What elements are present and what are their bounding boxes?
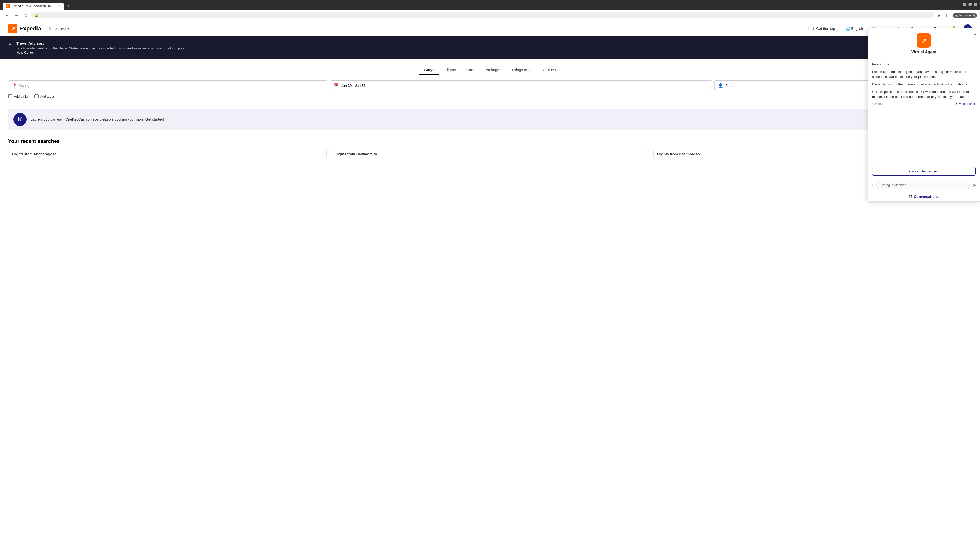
- recent-cards-list: Flights from Anchorage to Flights from B…: [8, 148, 972, 160]
- page-container: ↗ Expedia More travel ▾ ⇩ Get the app 🌐 …: [0, 21, 980, 551]
- reload-button[interactable]: ↻: [22, 11, 29, 19]
- search-section: Stays Flights Cars Packages Things to do…: [0, 59, 980, 105]
- chat-header-actions: −: [974, 32, 976, 37]
- give-feedback-link[interactable]: Give feedback: [956, 102, 976, 106]
- toolbar-actions: ★ □ 🕵 Incognito (2): [935, 11, 977, 19]
- search-bar: 📍 📅 Jan 30 - Jan 31 👤 2 tra...: [8, 80, 972, 91]
- tab-cars[interactable]: Cars: [461, 65, 479, 75]
- new-tab-button[interactable]: +: [65, 2, 72, 10]
- cancel-chat-button[interactable]: Cancel chat request: [872, 167, 976, 176]
- url-input[interactable]: expedia.com: [40, 14, 931, 17]
- conversations-label[interactable]: Conversations: [914, 195, 939, 199]
- active-tab[interactable]: E Expedia Travel: Vacation Home... ✕: [3, 3, 64, 10]
- close-window-button[interactable]: [974, 3, 977, 6]
- tab-favicon: E: [6, 4, 10, 8]
- chat-messages[interactable]: hello shortly. Please keep this chat ope…: [868, 58, 980, 165]
- chat-options-button[interactable]: ⋮: [872, 32, 877, 38]
- lock-icon: 🔒: [35, 13, 39, 17]
- incognito-badge: 🕵 Incognito (2): [953, 13, 977, 17]
- destination-field[interactable]: 📍: [8, 80, 328, 91]
- traveler-icon: 👤: [718, 83, 723, 88]
- browser-toolbar: ← → ↻ 🔒 expedia.com ★ □ 🕵 Incognito (2): [0, 10, 980, 21]
- more-travel-button[interactable]: More travel ▾: [46, 25, 72, 32]
- travel-advisory-banner: ⚠ Travel Advisory Due to winter weather …: [0, 37, 980, 59]
- chat-conversations-bar[interactable]: ☷ Conversations: [868, 192, 980, 201]
- chat-input-area: + ➤: [868, 178, 980, 192]
- destination-input[interactable]: [19, 83, 324, 88]
- chat-message-1: hello shortly.: [872, 62, 976, 67]
- language-button[interactable]: 🌐 English: [843, 25, 865, 32]
- help-center-link[interactable]: Help Center: [16, 51, 34, 54]
- search-options: Add a flight Add a car: [8, 94, 972, 98]
- tab-packages[interactable]: Packages: [479, 65, 506, 75]
- chevron-down-icon: ▾: [67, 27, 69, 30]
- chat-send-button[interactable]: ➤: [972, 182, 977, 188]
- recent-card-1-title: Flights from Anchorage to: [12, 152, 323, 156]
- get-app-button[interactable]: ⇩ Get the app: [808, 25, 838, 32]
- agent-name: Virtual Agent: [912, 50, 937, 54]
- logo-text: Expedia: [19, 25, 41, 32]
- chat-header: ⋮ − ↗ Virtual Agent: [868, 28, 980, 58]
- chat-header-left: ⋮: [872, 32, 877, 38]
- download-icon: ⇩: [811, 27, 815, 30]
- warning-icon: ⚠: [8, 41, 13, 48]
- recent-card-2[interactable]: Flights from Baltimore to: [331, 148, 649, 160]
- promo-banner: K Lauren, you can earn OneKeyCash on eve…: [8, 109, 972, 130]
- tab-things-to-do[interactable]: Things to do: [506, 65, 538, 75]
- recent-searches-title: Your recent searches: [8, 138, 972, 144]
- advisory-title: Travel Advisory: [16, 41, 187, 45]
- location-icon: 📍: [12, 83, 17, 88]
- chat-panel: ⋮ − ↗ Virtual Agent hello shortly. Pleas…: [868, 28, 980, 202]
- promo-text: Lauren, you can earn OneKeyCash on every…: [30, 118, 164, 121]
- conversations-grid-icon: ☷: [909, 195, 912, 199]
- tab-title: Expedia Travel: Vacation Home...: [12, 4, 55, 8]
- recent-card-1[interactable]: Flights from Anchorage to: [8, 148, 327, 160]
- travelers-value: 2 tra...: [725, 84, 735, 88]
- incognito-icon: 🕵: [955, 14, 958, 17]
- chat-input-field: [877, 181, 970, 189]
- chat-message-4: Current position in the queue is 141 wit…: [872, 89, 976, 99]
- forward-button[interactable]: →: [13, 12, 21, 19]
- chat-feedback-row: 3:31 PM Give feedback: [872, 102, 976, 106]
- add-attachment-button[interactable]: +: [871, 182, 874, 189]
- tab-stays[interactable]: Stays: [419, 65, 439, 75]
- minimize-button[interactable]: [963, 3, 966, 6]
- bookmark-button[interactable]: ★: [935, 11, 943, 19]
- logo-link[interactable]: ↗ Expedia: [8, 24, 41, 33]
- promo-avatar: K: [13, 113, 27, 126]
- chat-minimize-button[interactable]: −: [974, 32, 976, 37]
- logo-icon: ↗: [8, 24, 18, 33]
- search-tabs: Stays Flights Cars Packages Things to do…: [8, 65, 972, 75]
- advisory-text: Due to winter weather in the United Stat…: [16, 46, 187, 50]
- recent-card-2-title: Flights from Baltimore to: [334, 152, 646, 156]
- dates-value: Jan 30 - Jan 31: [341, 84, 366, 88]
- browser-chrome: E Expedia Travel: Vacation Home... ✕ + ←…: [0, 0, 980, 21]
- maximize-button[interactable]: [968, 3, 972, 6]
- add-car-checkbox[interactable]: Add a car: [35, 94, 54, 98]
- site-nav: ↗ Expedia More travel ▾ ⇩ Get the app 🌐 …: [0, 21, 980, 37]
- agent-icon: ↗: [917, 33, 931, 48]
- add-car-checkbox-box[interactable]: [35, 94, 38, 98]
- extensions-button[interactable]: □: [945, 12, 951, 19]
- back-button[interactable]: ←: [3, 12, 11, 19]
- chat-timestamp: 3:31 PM: [872, 103, 883, 106]
- tab-flights[interactable]: Flights: [439, 65, 461, 75]
- tab-bar: E Expedia Travel: Vacation Home... ✕ +: [0, 0, 75, 10]
- dates-field[interactable]: 📅 Jan 30 - Jan 31: [330, 80, 712, 91]
- tab-cruises[interactable]: Cruises: [538, 65, 561, 75]
- close-tab-button[interactable]: ✕: [57, 4, 60, 8]
- globe-icon: 🌐: [846, 27, 850, 30]
- add-flight-checkbox[interactable]: Add a flight: [8, 94, 30, 98]
- chat-message-3: I've added you to the queue and an agent…: [872, 82, 976, 87]
- add-flight-checkbox-box[interactable]: [8, 94, 12, 98]
- address-bar[interactable]: 🔒 expedia.com: [32, 12, 934, 18]
- calendar-icon: 📅: [334, 83, 339, 88]
- advisory-content: Travel Advisory Due to winter weather in…: [16, 41, 187, 54]
- recent-searches-section: Your recent searches Flights from Anchor…: [0, 134, 980, 164]
- chat-message-2: Please keep this chat open. If you leave…: [872, 69, 976, 79]
